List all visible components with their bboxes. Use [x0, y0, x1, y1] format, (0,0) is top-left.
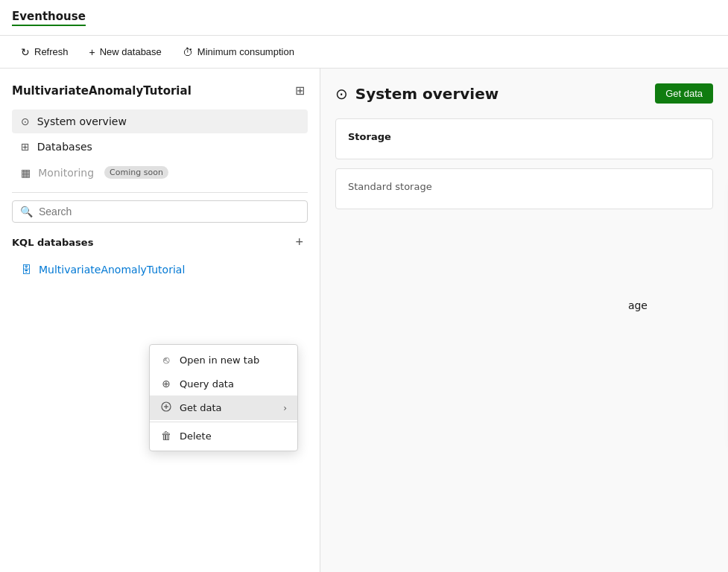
coming-soon-badge: Coming soon	[104, 166, 168, 179]
sidebar-header: MultivariateAnomalyTutorial ⊞	[12, 80, 308, 101]
content-area: ⊙ System overview Get data Storage Stand…	[320, 69, 728, 572]
monitoring-icon: ▦	[21, 167, 31, 179]
content-header: ⊙ System overview Get data	[335, 83, 713, 104]
content-title: System overview	[355, 85, 498, 103]
context-menu: ⎋ Open in new tab ⊕ Query data Get data …	[149, 344, 298, 451]
ctx-divider	[150, 422, 297, 422]
delete-icon: 🗑	[160, 430, 172, 442]
system-overview-icon: ⊙	[21, 115, 30, 127]
refresh-button[interactable]: ↻ Refresh	[12, 42, 77, 63]
plus-icon: +	[89, 46, 95, 58]
content-title-icon: ⊙	[335, 85, 348, 103]
ctx-open-tab[interactable]: ⎋ Open in new tab	[150, 348, 297, 372]
refresh-icon: ↻	[21, 46, 30, 58]
standard-storage-section: Standard storage	[335, 168, 713, 209]
standard-storage-label: Standard storage	[348, 181, 432, 192]
min-consumption-button[interactable]: ⏱ Minimum consumption	[174, 42, 303, 63]
sidebar: MultivariateAnomalyTutorial ⊞ ⊙ System o…	[0, 69, 320, 572]
db-icon: 🗄	[21, 264, 31, 276]
app-title: Eventhouse	[12, 10, 86, 26]
ctx-query-data[interactable]: ⊕ Query data	[150, 372, 297, 395]
clock-icon: ⏱	[183, 46, 193, 58]
storage-row: Storage	[348, 131, 700, 142]
add-kql-db-button[interactable]: +	[291, 233, 308, 252]
db-item-multivariateanomalytutorial[interactable]: 🗄 MultivariateAnomalyTutorial	[12, 258, 308, 282]
storage-label: Storage	[348, 131, 391, 142]
expand-button[interactable]: ⊞	[292, 80, 308, 101]
new-database-button[interactable]: + New database	[80, 42, 171, 63]
search-box[interactable]: 🔍	[12, 200, 308, 223]
storage-section: Storage	[335, 118, 713, 159]
search-icon: 🔍	[20, 206, 33, 217]
ctx-get-data[interactable]: Get data ›	[150, 395, 297, 420]
kql-section-header: KQL databases +	[12, 233, 308, 252]
query-data-icon: ⊕	[160, 378, 172, 390]
search-input[interactable]	[39, 206, 300, 217]
sidebar-title: MultivariateAnomalyTutorial	[12, 84, 192, 98]
kql-section-title: KQL databases	[12, 237, 93, 248]
nav-item-databases[interactable]: ⊞ Databases	[12, 135, 308, 159]
age-text: age	[628, 299, 648, 311]
divider-1	[12, 192, 308, 193]
databases-icon: ⊞	[21, 141, 30, 153]
top-bar: Eventhouse	[0, 0, 728, 36]
toolbar: ↻ Refresh + New database ⏱ Minimum consu…	[0, 36, 728, 69]
main-layout: MultivariateAnomalyTutorial ⊞ ⊙ System o…	[0, 69, 728, 572]
nav-item-system-overview[interactable]: ⊙ System overview	[12, 109, 308, 133]
open-tab-icon: ⎋	[160, 354, 172, 366]
get-data-icon	[160, 401, 172, 414]
get-data-button[interactable]: Get data	[655, 83, 713, 104]
get-data-arrow-icon: ›	[283, 403, 287, 413]
ctx-delete[interactable]: 🗑 Delete	[150, 424, 297, 448]
standard-storage-row: Standard storage	[348, 181, 700, 192]
nav-item-monitoring: ▦ Monitoring Coming soon	[12, 160, 308, 185]
